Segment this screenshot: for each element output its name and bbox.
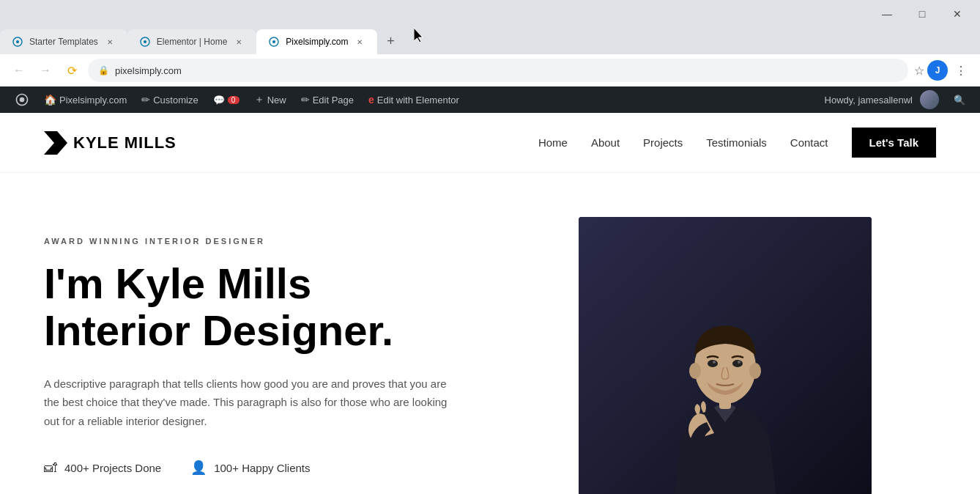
home-icon: 🏠: [44, 94, 56, 106]
address-bar: ← → ⟳ 🔒 pixelsimply.com ☆ J ⋮: [0, 54, 980, 86]
wp-logo-link[interactable]: [9, 86, 35, 113]
tab-title-pixelsimply: Pixelsimply.com: [286, 37, 348, 47]
stat-projects: 🛋 400+ Projects Done: [44, 460, 161, 476]
elementor-icon: e: [368, 94, 374, 106]
hero-content: AWARD WINNING INTERIOR DESIGNER I'm Kyle…: [44, 237, 535, 476]
hero-description: A descriptive paragraph that tells clien…: [44, 375, 454, 431]
admin-edit-elementor[interactable]: e Edit with Elementor: [363, 86, 465, 113]
svg-point-13: [713, 361, 716, 364]
forward-button[interactable]: →: [35, 60, 56, 81]
address-input[interactable]: 🔒 pixelsimply.com: [88, 59, 908, 82]
tab-title-starter: Starter Templates: [29, 37, 98, 47]
website-content: KYLE MILLS Home About Projects Testimoni…: [0, 113, 980, 494]
tab-bar: Starter Templates ✕ Elementor | Home ✕ P…: [0, 25, 980, 54]
url-text: pixelsimply.com: [115, 65, 898, 76]
site-header: KYLE MILLS Home About Projects Testimoni…: [0, 113, 980, 173]
address-bar-actions: ☆ J ⋮: [914, 60, 971, 81]
admin-bar-right: Howdy, jamesallenwl 🔍: [819, 86, 971, 113]
tab-elementor[interactable]: Elementor | Home ✕: [127, 29, 257, 54]
wp-logo-icon: [15, 92, 29, 107]
tab-title-elementor: Elementor | Home: [157, 37, 228, 47]
stat-clients-text: 100+ Happy Clients: [214, 462, 310, 474]
new-icon: ＋: [254, 93, 264, 106]
admin-search[interactable]: 🔍: [948, 86, 971, 113]
minimize-button[interactable]: —: [870, 3, 904, 25]
site-navigation: Home About Projects Testimonials Contact…: [538, 128, 936, 158]
maximize-button[interactable]: □: [905, 3, 939, 25]
svg-point-0: [16, 40, 19, 43]
wordpress-favicon-3: [268, 36, 280, 48]
nav-projects[interactable]: Projects: [643, 136, 683, 149]
svg-point-2: [272, 40, 275, 43]
svg-point-3: [20, 97, 25, 103]
wordpress-favicon-1: [12, 36, 23, 48]
hero-title-line2: Interior Designer.: [44, 306, 393, 354]
logo-k-icon: [44, 131, 67, 155]
stat-clients: 👤 100+ Happy Clients: [190, 460, 310, 476]
window-controls: — □ ✕: [0, 0, 980, 25]
bookmark-icon[interactable]: ☆: [914, 64, 924, 78]
admin-new[interactable]: ＋ New: [248, 86, 292, 113]
tab-close-elementor[interactable]: ✕: [233, 36, 245, 48]
hero-stats: 🛋 400+ Projects Done 👤 100+ Happy Client…: [44, 460, 535, 476]
admin-comments[interactable]: 💬 0: [207, 86, 245, 113]
tab-starter-templates[interactable]: Starter Templates ✕: [0, 29, 127, 54]
tab-close-pixelsimply[interactable]: ✕: [354, 36, 365, 48]
user-avatar: [920, 90, 939, 109]
hero-title-line1: I'm Kyle Mills: [44, 259, 311, 307]
search-icon: 🔍: [954, 95, 965, 106]
lock-icon: 🔒: [98, 65, 109, 75]
hero-section: AWARD WINNING INTERIOR DESIGNER I'm Kyle…: [0, 173, 980, 494]
nav-about[interactable]: About: [591, 136, 620, 149]
tab-pixelsimply[interactable]: Pixelsimply.com ✕: [256, 29, 377, 54]
projects-icon: 🛋: [44, 460, 57, 476]
cta-button[interactable]: Let's Talk: [852, 128, 936, 158]
nav-testimonials[interactable]: Testimonials: [706, 136, 767, 149]
svg-point-1: [144, 40, 146, 43]
admin-site-name[interactable]: 🏠 Pixelsimply.com: [38, 86, 133, 113]
admin-customize[interactable]: ✏ Customize: [136, 86, 204, 113]
svg-marker-4: [44, 131, 67, 155]
comment-icon: 💬: [213, 95, 225, 106]
profile-avatar[interactable]: J: [927, 60, 948, 81]
person-figure: [579, 217, 872, 494]
edit-page-icon: ✏: [301, 94, 310, 106]
nav-contact[interactable]: Contact: [790, 136, 828, 149]
svg-point-9: [689, 363, 701, 379]
close-button[interactable]: ✕: [940, 3, 974, 25]
comments-count: 0: [228, 96, 240, 104]
nav-home[interactable]: Home: [538, 136, 568, 149]
wp-admin-bar: 🏠 Pixelsimply.com ✏ Customize 💬 0 ＋ New …: [0, 86, 980, 113]
hero-subtitle: AWARD WINNING INTERIOR DESIGNER: [44, 237, 535, 246]
customize-icon: ✏: [141, 94, 150, 106]
svg-point-10: [749, 363, 761, 379]
clients-icon: 👤: [190, 460, 207, 476]
tab-close-starter[interactable]: ✕: [104, 36, 116, 48]
reload-button[interactable]: ⟳: [62, 60, 82, 81]
svg-point-12: [732, 360, 743, 367]
svg-point-14: [738, 361, 740, 364]
back-button[interactable]: ←: [9, 60, 29, 81]
site-logo[interactable]: KYLE MILLS: [44, 131, 177, 155]
admin-edit-page[interactable]: ✏ Edit Page: [295, 86, 360, 113]
stat-projects-text: 400+ Projects Done: [64, 462, 161, 474]
hero-image: [579, 217, 872, 494]
admin-howdy[interactable]: Howdy, jamesallenwl: [819, 86, 945, 113]
wordpress-favicon-2: [139, 36, 151, 48]
new-tab-button[interactable]: +: [380, 31, 401, 51]
settings-icon[interactable]: ⋮: [951, 60, 971, 81]
hero-title: I'm Kyle Mills Interior Designer.: [44, 260, 535, 354]
svg-point-11: [708, 360, 718, 367]
